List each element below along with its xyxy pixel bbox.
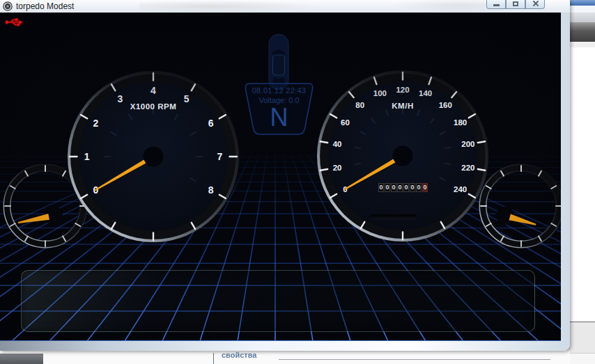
gauge-label: 120 bbox=[396, 86, 409, 94]
gauge-label: 1 bbox=[84, 151, 90, 162]
background-dark-box bbox=[0, 354, 43, 364]
properties-label: свойства bbox=[222, 351, 256, 359]
gauge-label: 5 bbox=[184, 93, 190, 104]
gauge-label: 6 bbox=[208, 118, 214, 129]
gauge-label: 100 bbox=[373, 89, 387, 97]
gear-panel: 08.01.12 22:43 Voltage: 0.0 N bbox=[242, 82, 316, 136]
background-window-right bbox=[570, 0, 595, 364]
gauge-label: 140 bbox=[419, 89, 432, 97]
gauge-unit-label: X1000 RPM bbox=[130, 102, 177, 111]
close-button[interactable] bbox=[525, 0, 545, 9]
gauge-label: 80 bbox=[355, 101, 364, 109]
odometer: 00000000 bbox=[378, 183, 428, 192]
odometer-digit: 0 bbox=[403, 183, 409, 192]
datetime-display: 08.01.12 22:43 bbox=[242, 86, 316, 95]
gauge-label: 2 bbox=[93, 118, 99, 129]
gauge-hub bbox=[393, 146, 413, 166]
dashboard: 012345678X1000 RPM 020406080100120140160… bbox=[0, 13, 561, 341]
gauge-label: 160 bbox=[439, 101, 452, 109]
odometer-digit: 0 bbox=[378, 183, 384, 192]
gauge-label: 240 bbox=[454, 185, 467, 193]
glass-panel bbox=[21, 270, 535, 332]
divider bbox=[213, 353, 214, 364]
maximize-button[interactable] bbox=[506, 0, 525, 9]
gauge-needle bbox=[509, 214, 536, 228]
gauge-label: 40 bbox=[333, 140, 342, 148]
background-toolbar bbox=[570, 22, 595, 42]
gauge-label: 4 bbox=[150, 85, 156, 96]
usb-icon bbox=[5, 17, 24, 28]
small-gauge-right bbox=[481, 166, 561, 246]
tachometer-gauge: 012345678X1000 RPM bbox=[68, 71, 239, 242]
gauge-label: 8 bbox=[208, 184, 214, 196]
window-title: torpedo Modest bbox=[16, 1, 74, 11]
gear-indicator: N bbox=[242, 103, 316, 132]
minimize-icon bbox=[493, 4, 500, 6]
minimize-button[interactable] bbox=[486, 0, 506, 9]
gauge-label: 20 bbox=[333, 164, 342, 172]
app-window: torpedo Modest 012345678X1000 R bbox=[0, 0, 570, 351]
gauge-label: 200 bbox=[461, 140, 474, 148]
screen: свойства torpedo Modest bbox=[0, 0, 595, 364]
maximize-icon bbox=[513, 1, 518, 6]
gauge-unit-label: KM/H bbox=[392, 102, 413, 110]
close-icon bbox=[532, 0, 539, 6]
gauge-hub bbox=[144, 147, 164, 167]
odometer-digit: 0 bbox=[416, 183, 422, 192]
gauge-label: 3 bbox=[117, 93, 123, 104]
background-window-bottom: свойства bbox=[0, 350, 570, 364]
gauge-label: 220 bbox=[461, 164, 474, 172]
titlebar[interactable]: torpedo Modest bbox=[0, 0, 570, 13]
odometer-digit: 0 bbox=[422, 183, 428, 192]
window-buttons bbox=[486, 0, 545, 9]
odometer-digit: 0 bbox=[410, 183, 415, 192]
gauge-label: 180 bbox=[454, 118, 467, 127]
gauge-label: 60 bbox=[341, 118, 350, 127]
divider bbox=[279, 359, 550, 360]
gauge-label: 7 bbox=[217, 151, 222, 162]
background-titlebar bbox=[570, 0, 595, 6]
odometer-digit: 0 bbox=[397, 183, 403, 192]
odometer-digit: 0 bbox=[385, 183, 390, 192]
gauge-needle bbox=[17, 214, 49, 225]
wheel-icon bbox=[3, 1, 13, 11]
slot-bar bbox=[371, 214, 417, 219]
odometer-digit: 0 bbox=[391, 183, 396, 192]
